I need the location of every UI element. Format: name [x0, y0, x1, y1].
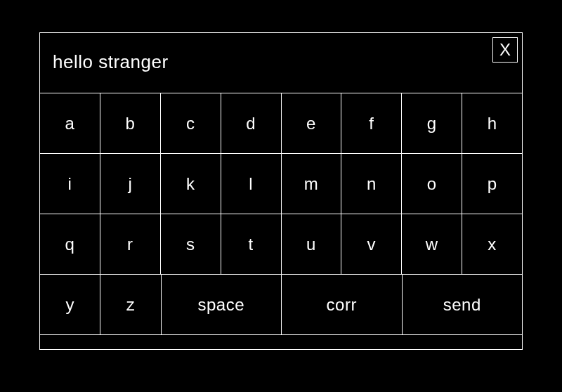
display-text: hello stranger [53, 51, 169, 73]
keyboard-panel: hello stranger X a b c d e f g h i j k l… [39, 32, 523, 350]
key-row-2: i j k l m n o p [40, 154, 522, 214]
key-f[interactable]: f [341, 93, 402, 153]
key-r[interactable]: r [100, 214, 161, 274]
key-c[interactable]: c [161, 93, 221, 153]
key-space[interactable]: space [162, 275, 282, 334]
key-z[interactable]: z [100, 275, 161, 334]
close-button[interactable]: X [492, 37, 518, 63]
key-a[interactable]: a [40, 93, 100, 153]
bottom-strip [40, 335, 522, 349]
key-j[interactable]: j [100, 154, 161, 214]
display-row: hello stranger X [40, 33, 522, 93]
key-row-3: q r s t u v w x [40, 214, 522, 275]
key-h[interactable]: h [462, 93, 522, 153]
key-row-1: a b c d e f g h [40, 93, 522, 154]
key-send[interactable]: send [403, 275, 523, 334]
key-w[interactable]: w [402, 214, 462, 274]
key-s[interactable]: s [161, 214, 221, 274]
key-t[interactable]: t [221, 214, 282, 274]
key-y[interactable]: y [40, 275, 100, 334]
key-o[interactable]: o [402, 154, 462, 214]
key-v[interactable]: v [341, 214, 402, 274]
key-u[interactable]: u [282, 214, 342, 274]
keyboard-grid: a b c d e f g h i j k l m n o p q r s t … [40, 93, 522, 335]
key-k[interactable]: k [161, 154, 221, 214]
key-corr[interactable]: corr [282, 275, 403, 334]
key-i[interactable]: i [40, 154, 100, 214]
close-icon: X [499, 40, 511, 60]
key-row-4: y z space corr send [40, 275, 522, 335]
key-d[interactable]: d [221, 93, 282, 153]
key-e[interactable]: e [282, 93, 342, 153]
key-g[interactable]: g [402, 93, 462, 153]
key-q[interactable]: q [40, 214, 100, 274]
key-p[interactable]: p [462, 154, 522, 214]
key-l[interactable]: l [221, 154, 282, 214]
key-m[interactable]: m [282, 154, 342, 214]
key-b[interactable]: b [100, 93, 161, 153]
key-n[interactable]: n [341, 154, 402, 214]
key-x[interactable]: x [462, 214, 522, 274]
